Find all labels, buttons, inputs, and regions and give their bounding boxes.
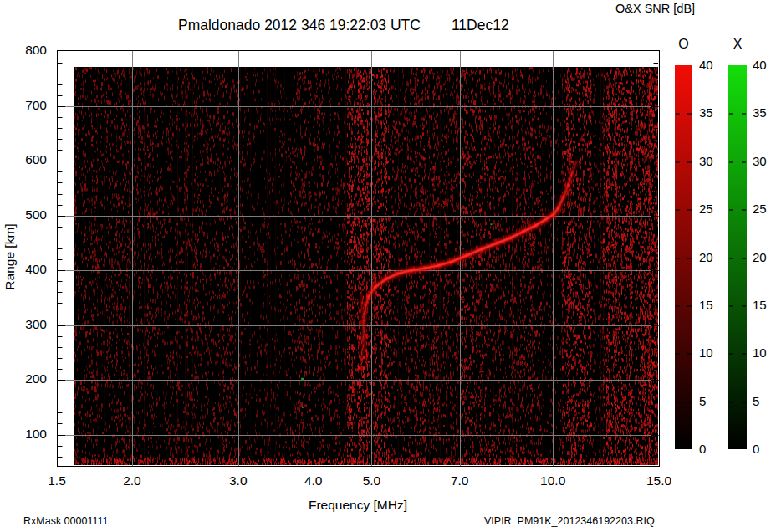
x-tick-label: 2.0 bbox=[123, 473, 141, 489]
colorbar-o-tick-mark bbox=[687, 113, 692, 115]
colorbar-o-tick-mark bbox=[676, 353, 680, 355]
y-tick-label: 600 bbox=[7, 152, 47, 167]
colorbar-x-tick-label: 10 bbox=[753, 345, 767, 360]
colorbar-x-tick-mark bbox=[729, 402, 733, 403]
colorbar-o-tick-label: 20 bbox=[699, 250, 713, 264]
x-tick-label: 10.0 bbox=[540, 473, 565, 489]
colorbar-x-tick-mark bbox=[729, 305, 733, 307]
colorbar-x-tick-mark bbox=[742, 161, 746, 163]
plot-title: Pmaldonado 2012 346 19:22:03 UTC 11Dec12 bbox=[178, 17, 509, 34]
colorbar-x-tick-mark bbox=[729, 209, 733, 211]
colorbar-x-tick-label: 40 bbox=[753, 58, 767, 72]
file-id-label: VIPIR PM91K_2012346192203.RIQ bbox=[484, 515, 655, 527]
y-tick-label: 100 bbox=[7, 427, 47, 442]
colorbar-o-tick-mark bbox=[687, 258, 692, 259]
colorbar-o-tick-label: 25 bbox=[699, 202, 713, 216]
colorbar-x-tick-mark bbox=[742, 113, 746, 115]
ionogram-screenshot: Pmaldonado 2012 346 19:22:03 UTC 11Dec12… bbox=[0, 0, 771, 532]
y-axis-label: Range [km] bbox=[3, 223, 18, 289]
colorbar-o-header: O bbox=[675, 37, 692, 52]
y-tick-label: 800 bbox=[7, 43, 47, 58]
colorbar-x-tick-mark bbox=[729, 161, 733, 163]
colorbar-o-tick-mark bbox=[676, 402, 680, 403]
colorbar-x-tick-label: 0 bbox=[753, 442, 759, 456]
colorbar-o-tick-mark bbox=[676, 209, 680, 211]
colorbar-o-tick-label: 15 bbox=[699, 298, 713, 312]
colorbar-o-tick-mark bbox=[676, 161, 680, 163]
x-axis-label: Frequency [MHz] bbox=[309, 498, 407, 513]
y-tick-label: 400 bbox=[7, 262, 47, 277]
colorbar-o-tick-label: 35 bbox=[699, 105, 713, 120]
colorbar-x-tick-mark bbox=[729, 113, 733, 115]
colorbar-o-tick-mark bbox=[676, 258, 680, 259]
colorbar-x-tick-mark bbox=[742, 353, 746, 355]
colorbar-o-tick-mark bbox=[687, 353, 692, 355]
y-tick-label: 500 bbox=[7, 207, 47, 223]
title-date: 11Dec12 bbox=[452, 17, 509, 34]
rx-mask-label: RxMask 00001111 bbox=[23, 515, 108, 527]
x-tick-label: 4.0 bbox=[304, 473, 323, 489]
x-tick-label: 3.0 bbox=[229, 473, 248, 489]
x-tick-label: 7.0 bbox=[451, 473, 469, 489]
x-tick-label: 15.0 bbox=[646, 473, 671, 489]
colorbar-o-tick-label: 40 bbox=[699, 58, 713, 72]
colorbar-x-tick-mark bbox=[742, 209, 746, 211]
colorbar-x-tick-label: 25 bbox=[753, 202, 767, 216]
colorbar-x-tick-label: 20 bbox=[753, 250, 767, 264]
colorbar-o-tick-mark bbox=[687, 305, 692, 307]
x-tick-label: 5.0 bbox=[363, 473, 381, 489]
colorbar-title: O&X SNR [dB] bbox=[615, 2, 695, 15]
colorbar-x-tick-label: 15 bbox=[753, 298, 767, 312]
colorbar-x-header: X bbox=[728, 37, 747, 52]
colorbar-o-tick-mark bbox=[687, 161, 692, 163]
colorbar-o-tick-label: 0 bbox=[699, 442, 706, 456]
colorbar-o-tick-mark bbox=[687, 209, 692, 211]
colorbar-x-tick-mark bbox=[729, 258, 733, 259]
colorbar-x-tick-label: 5 bbox=[753, 394, 759, 408]
ionogram-plot-canvas bbox=[57, 50, 660, 467]
colorbar-x-tick-mark bbox=[742, 402, 746, 403]
colorbar-x-tick-label: 35 bbox=[753, 105, 767, 120]
title-main: Pmaldonado 2012 346 19:22:03 UTC bbox=[178, 17, 421, 34]
colorbar-x-tick-mark bbox=[742, 258, 746, 259]
y-tick-label: 300 bbox=[7, 317, 47, 332]
x-tick-label: 1.5 bbox=[48, 473, 66, 489]
colorbar-x-tick-mark bbox=[742, 305, 746, 307]
y-tick-label: 700 bbox=[7, 98, 47, 113]
colorbar-o-tick-mark bbox=[687, 402, 692, 403]
y-tick-label: 200 bbox=[7, 371, 47, 386]
colorbar-o-tick-label: 10 bbox=[699, 345, 713, 360]
colorbar-o-tick-label: 30 bbox=[699, 154, 713, 168]
colorbar-o-tick-mark bbox=[676, 305, 680, 307]
colorbar-o-tick-mark bbox=[676, 113, 680, 115]
colorbar-x-tick-mark bbox=[729, 353, 733, 355]
colorbar-o-tick-label: 5 bbox=[699, 394, 706, 408]
colorbar-x-tick-label: 30 bbox=[753, 154, 767, 168]
